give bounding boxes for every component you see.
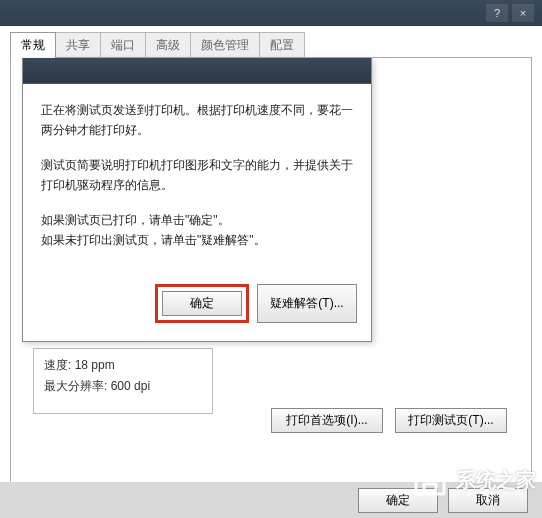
- ok-button-highlight: 确定: [155, 284, 249, 323]
- speed-value: 18 ppm: [75, 358, 115, 372]
- resolution-label: 最大分辨率:: [44, 379, 107, 393]
- tab-config[interactable]: 配置: [259, 32, 305, 58]
- bottom-bar: 确定 取消: [0, 482, 542, 518]
- bottom-cancel-button[interactable]: 取消: [448, 488, 528, 513]
- window-titlebar: ? ×: [0, 0, 542, 26]
- resolution-value: 600 dpi: [111, 379, 150, 393]
- test-page-dialog: 正在将测试页发送到打印机。根据打印机速度不同，要花一两分钟才能打印好。 测试页简…: [22, 58, 372, 342]
- tab-ports[interactable]: 端口: [100, 32, 146, 58]
- tabstrip: 常规 共享 端口 高级 颜色管理 配置: [0, 26, 542, 58]
- tab-advanced[interactable]: 高级: [145, 32, 191, 58]
- dialog-ok-button[interactable]: 确定: [162, 291, 242, 316]
- dialog-text-explain: 测试页简要说明打印机打印图形和文字的能力，并提供关于打印机驱动程序的信息。: [41, 155, 353, 196]
- speed-row: 速度: 18 ppm: [44, 357, 202, 374]
- speed-label: 速度:: [44, 358, 71, 372]
- resolution-row: 最大分辨率: 600 dpi: [44, 378, 202, 395]
- print-preferences-button[interactable]: 打印首选项(I)...: [271, 408, 383, 433]
- dialog-text-ok-instruction: 如果测试页已打印，请单击"确定"。: [41, 213, 230, 227]
- print-test-page-button[interactable]: 打印测试页(T)...: [395, 408, 507, 433]
- dialog-button-row: 确定 疑难解答(T)...: [23, 284, 371, 341]
- tab-share[interactable]: 共享: [55, 32, 101, 58]
- dialog-troubleshoot-button[interactable]: 疑难解答(T)...: [257, 284, 357, 323]
- dialog-titlebar: [23, 58, 371, 84]
- dialog-text-sending: 正在将测试页发送到打印机。根据打印机速度不同，要花一两分钟才能打印好。: [41, 100, 353, 141]
- dialog-text-troubleshoot-instruction: 如果未打印出测试页，请单击"疑难解答"。: [41, 233, 266, 247]
- printer-info-group: 速度: 18 ppm 最大分辨率: 600 dpi: [33, 348, 213, 414]
- close-button[interactable]: ×: [512, 4, 534, 22]
- bottom-ok-button[interactable]: 确定: [358, 488, 438, 513]
- dialog-body: 正在将测试页发送到打印机。根据打印机速度不同，要花一两分钟才能打印好。 测试页简…: [23, 84, 371, 284]
- action-button-row: 打印首选项(I)... 打印测试页(T)...: [271, 408, 507, 433]
- tab-color[interactable]: 颜色管理: [190, 32, 260, 58]
- dialog-text-instruction: 如果测试页已打印，请单击"确定"。 如果未打印出测试页，请单击"疑难解答"。: [41, 210, 353, 251]
- help-button[interactable]: ?: [486, 4, 508, 22]
- tab-general[interactable]: 常规: [10, 32, 56, 58]
